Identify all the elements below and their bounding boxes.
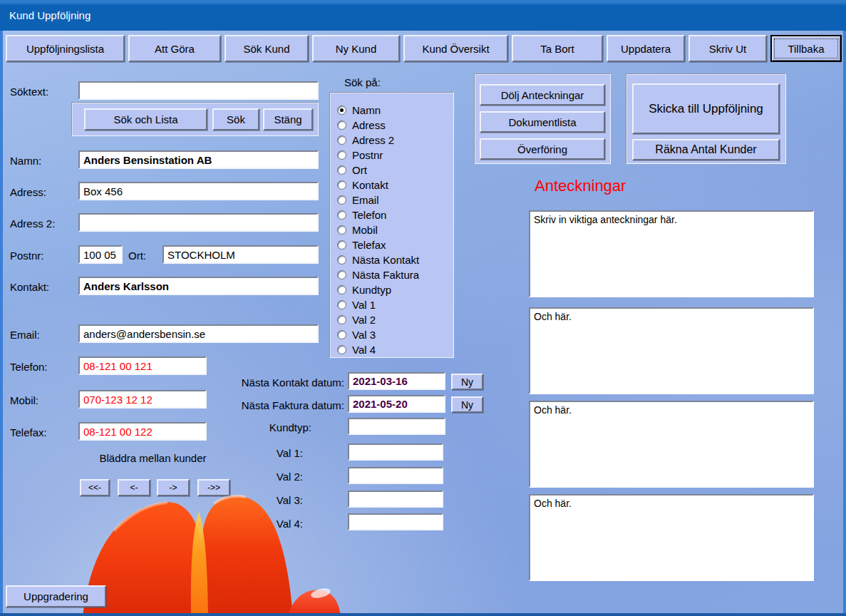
- toolbar-button-ta-bort[interactable]: Ta Bort: [512, 35, 603, 62]
- toolbar-button-kund-oversikt[interactable]: Kund Översikt: [403, 35, 508, 62]
- sokpa-option-kundtyp[interactable]: Kundtyp: [337, 282, 453, 297]
- note-textarea-3[interactable]: Och här.: [529, 401, 814, 488]
- sokpa-option-adress[interactable]: Adress: [337, 118, 453, 133]
- adress2-input[interactable]: [78, 213, 319, 232]
- val4-input[interactable]: [348, 513, 443, 530]
- toolbar-button-uppfoljningslista[interactable]: Uppföljningslista: [6, 35, 125, 62]
- val1-input[interactable]: [348, 443, 443, 461]
- val3-label: Val 3:: [242, 494, 303, 506]
- kontakt-input[interactable]: [78, 277, 319, 295]
- main-toolbar: Uppföljningslista Att Göra Sök Kund Ny K…: [6, 35, 842, 62]
- sokpa-option-ort[interactable]: Ort: [337, 163, 453, 178]
- radio-label: Val 2: [352, 314, 376, 326]
- radio-icon: [337, 180, 346, 190]
- ny-kontakt-datum-button[interactable]: Ny: [451, 374, 483, 390]
- val3-input[interactable]: [348, 491, 443, 508]
- sokpa-option-postnr[interactable]: Postnr: [337, 148, 453, 163]
- toolbar-button-sok-kund[interactable]: Sök Kund: [225, 35, 309, 62]
- skicka-till-uppfoljning-button[interactable]: Skicka till Uppföljning: [632, 83, 780, 134]
- ort-input[interactable]: [163, 245, 319, 264]
- sokpa-option-namn[interactable]: Namn: [337, 103, 453, 118]
- radio-label: Adress: [352, 119, 386, 131]
- toolbar-button-skriv-ut[interactable]: Skriv Ut: [688, 35, 767, 62]
- sokpa-option-email[interactable]: Email: [337, 192, 453, 207]
- email-input[interactable]: [78, 324, 319, 343]
- soktext-input[interactable]: [78, 81, 319, 100]
- telefon-label: Telefon:: [10, 361, 48, 373]
- window-border-left: [0, 31, 3, 616]
- radio-label: Val 4: [352, 344, 376, 356]
- sokpa-option-kontakt[interactable]: Kontakt: [337, 178, 453, 192]
- radio-label: Val 3: [352, 329, 376, 341]
- stang-button[interactable]: Stäng: [263, 108, 313, 130]
- toolbar-button-tillbaka[interactable]: Tillbaka: [770, 35, 842, 62]
- ny-faktura-datum-button[interactable]: Ny: [451, 396, 483, 413]
- toolbar-button-att-gora[interactable]: Att Göra: [128, 35, 221, 62]
- sok-och-lista-button[interactable]: Sök och Lista: [84, 108, 207, 130]
- radio-icon: [337, 240, 346, 250]
- nasta-faktura-datum-input[interactable]: [348, 395, 445, 413]
- nav-last-button[interactable]: ->>: [197, 479, 230, 496]
- radio-icon: [337, 120, 346, 130]
- toolbar-button-ny-kund[interactable]: Ny Kund: [312, 35, 400, 62]
- sok-button[interactable]: Sök: [212, 108, 259, 130]
- title-bar: Kund Uppföljning: [0, 0, 846, 31]
- radio-icon: [337, 270, 346, 279]
- adress-input[interactable]: [78, 182, 319, 200]
- radio-icon: [337, 255, 346, 265]
- note-textarea-2[interactable]: Och här.: [529, 307, 814, 394]
- radio-label: Telefax: [352, 239, 386, 251]
- sokpa-option-val2[interactable]: Val 2: [337, 312, 453, 327]
- uppgradering-button[interactable]: Uppgradering: [6, 585, 106, 607]
- soktext-label: Söktext:: [10, 86, 48, 98]
- rakna-antal-kunder-button[interactable]: Räkna Antal Kunder: [632, 139, 780, 160]
- sokpa-option-val3[interactable]: Val 3: [337, 327, 453, 342]
- app-window: Kund Uppföljning Uppföljningslista Att G…: [0, 0, 846, 616]
- nasta-kontakt-datum-input[interactable]: [348, 372, 445, 390]
- toolbar-button-uppdatera[interactable]: Uppdatera: [607, 35, 685, 62]
- radio-label: Adress 2: [352, 134, 394, 146]
- val2-input[interactable]: [348, 467, 443, 484]
- telefax-label: Telefax:: [10, 426, 47, 438]
- dolj-anteckningar-button[interactable]: Dölj Anteckningar: [480, 84, 605, 106]
- telefon-input[interactable]: [78, 356, 207, 375]
- mobil-label: Mobil:: [10, 394, 38, 406]
- note-textarea-1[interactable]: Skriv in viktiga anteckningar här.: [529, 210, 814, 297]
- radio-label: Postnr: [352, 149, 383, 161]
- namn-input[interactable]: [78, 150, 319, 169]
- postnr-label: Postnr:: [10, 250, 44, 262]
- telefax-input[interactable]: [78, 422, 207, 441]
- search-buttons-panel: Sök och Lista Sök Stäng: [71, 102, 319, 136]
- radio-label: Ort: [352, 164, 367, 176]
- overforing-button[interactable]: Överföring: [480, 138, 605, 160]
- postnr-input[interactable]: [78, 245, 123, 264]
- sokpa-option-nasta-faktura[interactable]: Nästa Faktura: [337, 267, 453, 282]
- radio-label: Telefon: [352, 209, 386, 221]
- radio-icon: [337, 210, 346, 220]
- followup-actions-panel: Skicka till Uppföljning Räkna Antal Kund…: [626, 73, 786, 164]
- sokpa-option-val4[interactable]: Val 4: [337, 342, 453, 357]
- nav-next-button[interactable]: ->: [157, 479, 190, 496]
- radio-icon: [337, 330, 346, 339]
- sokpa-option-adress2[interactable]: Adress 2: [337, 133, 453, 148]
- nav-first-button[interactable]: <<-: [80, 479, 110, 496]
- val2-label: Val 2:: [242, 471, 303, 483]
- ort-label: Ort:: [128, 250, 146, 262]
- nasta-kontakt-datum-label: Nästa Kontakt datum:: [214, 376, 344, 389]
- note-textarea-4[interactable]: Och här.: [529, 494, 814, 581]
- window-border-right: [843, 31, 846, 616]
- sokpa-option-telefax[interactable]: Telefax: [337, 237, 453, 252]
- val1-label: Val 1:: [242, 447, 303, 459]
- sokpa-option-nasta-kontakt[interactable]: Nästa Kontakt: [337, 252, 453, 267]
- kundtyp-label: Kundtyp:: [221, 421, 311, 433]
- mobil-input[interactable]: [78, 390, 207, 409]
- kundtyp-input[interactable]: [348, 418, 445, 435]
- sokpa-option-mobil[interactable]: Mobil: [337, 222, 453, 237]
- kontakt-label: Kontakt:: [10, 281, 49, 293]
- radio-icon: [337, 285, 346, 294]
- sokpa-option-val1[interactable]: Val 1: [337, 297, 453, 312]
- sokpa-option-telefon[interactable]: Telefon: [337, 207, 453, 222]
- dokumentlista-button[interactable]: Dokumentlista: [480, 111, 605, 133]
- adress2-label: Adress 2:: [10, 217, 55, 230]
- nav-prev-button[interactable]: <-: [118, 479, 150, 496]
